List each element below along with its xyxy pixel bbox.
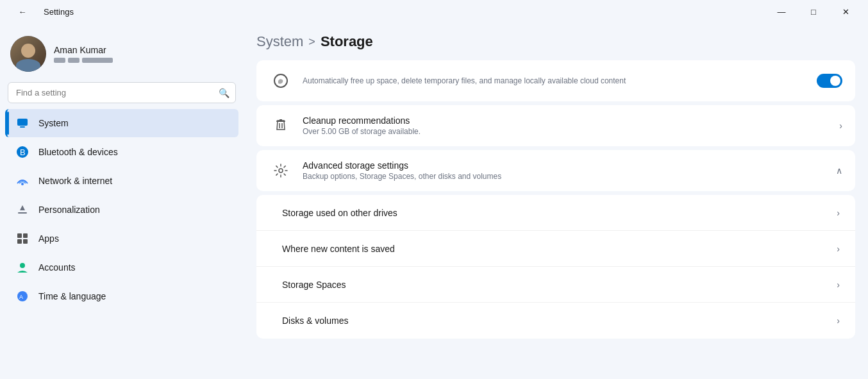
advanced-storage-text: Advanced storage settings Backup options… <box>303 160 836 181</box>
svg-rect-1 <box>20 126 25 128</box>
minimize-icon: — <box>778 7 786 17</box>
storage-sense-card: Automatically free up space, delete temp… <box>256 60 855 101</box>
svg-point-4 <box>21 183 24 185</box>
svg-point-17 <box>279 169 283 173</box>
network-icon <box>15 174 29 188</box>
advanced-storage-title: Advanced storage settings <box>303 160 836 171</box>
minimize-button[interactable]: — <box>767 2 796 21</box>
advanced-sub-card: Storage used on other drives › Where new… <box>256 195 855 339</box>
search-input[interactable] <box>8 82 236 103</box>
apps-icon <box>15 232 29 246</box>
advanced-storage-chevron: ∧ <box>836 165 842 176</box>
titlebar: ← Settings — □ ✕ <box>0 0 868 23</box>
app-title: Settings <box>44 7 74 17</box>
user-bars <box>54 58 113 63</box>
storage-spaces-title: Storage Spaces <box>282 280 837 290</box>
disks-volumes-chevron: › <box>837 316 840 326</box>
window-controls: — □ ✕ <box>767 2 860 21</box>
storage-other-drives-chevron: › <box>837 208 840 218</box>
sidebar-item-accounts[interactable]: Accounts <box>5 253 238 282</box>
close-icon: ✕ <box>842 7 849 17</box>
nav-list: System B Bluetooth & devices <box>0 108 244 311</box>
svg-text:B: B <box>20 147 26 157</box>
sidebar-item-label-system: System <box>38 118 69 128</box>
user-name: Aman Kumar <box>54 45 113 55</box>
sidebar-item-label-accounts: Accounts <box>38 262 76 273</box>
sidebar-item-label-time: Time & language <box>38 291 106 301</box>
sidebar-item-bluetooth[interactable]: B Bluetooth & devices <box>5 138 238 166</box>
where-new-content-title: Where new content is saved <box>282 244 837 254</box>
breadcrumb: System > Storage <box>256 23 855 60</box>
advanced-storage-action: ∧ <box>836 165 842 176</box>
user-bar-1 <box>54 58 65 63</box>
breadcrumb-separator: > <box>308 35 315 49</box>
storage-sense-toggle[interactable] <box>817 74 842 88</box>
cleanup-card: Cleanup recommendations Over 5.00 GB of … <box>256 105 855 146</box>
user-profile[interactable]: Aman Kumar <box>0 28 244 82</box>
sidebar-item-label-personalization: Personalization <box>38 205 100 215</box>
maximize-icon: □ <box>811 7 816 17</box>
advanced-storage-row[interactable]: Advanced storage settings Backup options… <box>256 150 855 191</box>
where-new-content-row[interactable]: Where new content is saved › <box>256 231 855 267</box>
advanced-storage-icon <box>269 159 292 182</box>
titlebar-left: ← Settings <box>8 2 74 21</box>
back-icon: ← <box>19 7 27 17</box>
svg-point-10 <box>20 263 25 268</box>
user-bar-2 <box>68 58 79 63</box>
breadcrumb-parent: System <box>256 33 303 50</box>
search-box: 🔍 <box>8 82 236 103</box>
storage-other-drives-row[interactable]: Storage used on other drives › <box>256 195 855 231</box>
cleanup-action: › <box>839 121 842 131</box>
sidebar-item-apps[interactable]: Apps <box>5 224 238 253</box>
storage-sense-icon <box>269 69 292 92</box>
user-info: Aman Kumar <box>54 45 113 63</box>
avatar-image <box>10 36 46 72</box>
storage-sense-subtitle: Automatically free up space, delete temp… <box>303 76 817 85</box>
search-icon: 🔍 <box>219 88 230 98</box>
advanced-storage-subtitle: Backup options, Storage Spaces, other di… <box>303 172 836 181</box>
svg-rect-6 <box>17 233 22 238</box>
sidebar-item-label-network: Network & internet <box>38 176 112 186</box>
disks-volumes-row[interactable]: Disks & volumes › <box>256 303 855 339</box>
storage-sense-text: Automatically free up space, delete temp… <box>303 76 817 85</box>
sidebar-item-network[interactable]: Network & internet <box>5 167 238 195</box>
cleanup-title: Cleanup recommendations <box>303 115 839 126</box>
where-new-content-chevron: › <box>837 244 840 254</box>
svg-rect-8 <box>17 239 22 244</box>
svg-text:A: A <box>19 294 23 300</box>
disks-volumes-title: Disks & volumes <box>282 316 837 326</box>
cleanup-text: Cleanup recommendations Over 5.00 GB of … <box>303 115 839 136</box>
storage-other-drives-title: Storage used on other drives <box>282 208 837 218</box>
cleanup-icon <box>269 114 292 137</box>
storage-sense-action <box>817 74 842 88</box>
system-icon <box>15 116 29 130</box>
svg-rect-0 <box>17 119 28 126</box>
app-body: Aman Kumar 🔍 System <box>0 23 868 379</box>
avatar <box>10 36 46 72</box>
sidebar: Aman Kumar 🔍 System <box>0 23 244 379</box>
sidebar-item-personalization[interactable]: Personalization <box>5 196 238 224</box>
storage-spaces-chevron: › <box>837 280 840 290</box>
breadcrumb-current: Storage <box>321 33 373 50</box>
sidebar-item-label-apps: Apps <box>38 233 59 244</box>
sidebar-item-time[interactable]: A Time & language <box>5 282 238 310</box>
svg-rect-14 <box>276 121 285 122</box>
content-area: System > Storage Automatically free up s… <box>244 23 868 379</box>
sidebar-item-system[interactable]: System <box>5 109 238 137</box>
bluetooth-icon: B <box>15 145 29 159</box>
cleanup-subtitle: Over 5.00 GB of storage available. <box>303 127 839 136</box>
cleanup-row[interactable]: Cleanup recommendations Over 5.00 GB of … <box>256 105 855 146</box>
maximize-button[interactable]: □ <box>799 2 828 21</box>
back-button[interactable]: ← <box>8 2 37 21</box>
sidebar-item-label-bluetooth: Bluetooth & devices <box>38 147 118 157</box>
close-button[interactable]: ✕ <box>831 2 860 21</box>
cleanup-chevron: › <box>839 121 842 131</box>
storage-sense-row[interactable]: Automatically free up space, delete temp… <box>256 60 855 101</box>
advanced-storage-card: Advanced storage settings Backup options… <box>256 150 855 191</box>
svg-rect-7 <box>23 233 28 238</box>
accounts-icon <box>15 260 29 274</box>
personalization-icon <box>15 203 29 217</box>
user-bar-3 <box>82 58 113 63</box>
storage-spaces-row[interactable]: Storage Spaces › <box>256 267 855 303</box>
time-icon: A <box>15 289 29 303</box>
